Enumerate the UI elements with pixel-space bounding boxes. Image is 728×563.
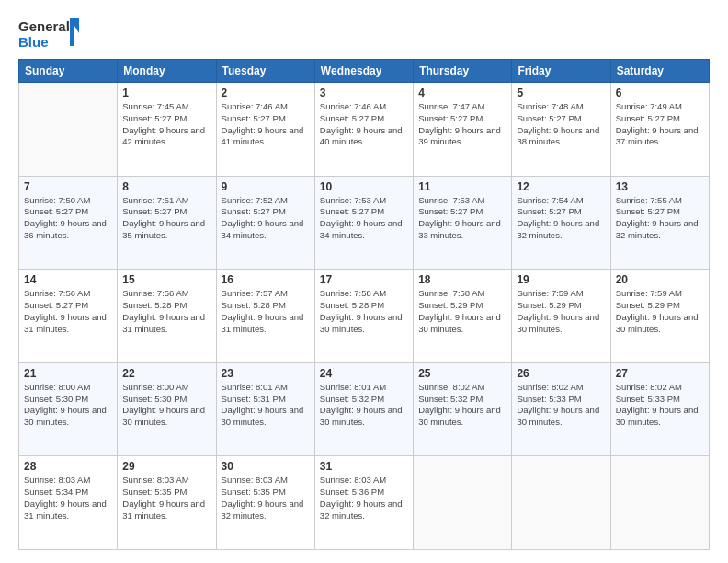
day-number: 6 <box>616 86 704 99</box>
calendar-cell: 1Sunrise: 7:45 AMSunset: 5:27 PMDaylight… <box>118 83 216 177</box>
calendar-cell: 23Sunrise: 8:01 AMSunset: 5:31 PMDayligh… <box>216 362 314 456</box>
day-info: Sunrise: 7:50 AMSunset: 5:27 PMDaylight:… <box>24 195 112 242</box>
day-info: Sunrise: 8:03 AMSunset: 5:36 PMDaylight:… <box>320 475 408 522</box>
day-number: 24 <box>320 367 408 380</box>
day-number: 19 <box>517 273 605 286</box>
day-info: Sunrise: 8:02 AMSunset: 5:32 PMDaylight:… <box>418 382 506 429</box>
svg-rect-3 <box>70 18 74 46</box>
day-info: Sunrise: 7:48 AMSunset: 5:27 PMDaylight:… <box>517 101 605 148</box>
day-number: 15 <box>122 273 210 286</box>
calendar-header-friday: Friday <box>512 60 610 83</box>
calendar-header-row: SundayMondayTuesdayWednesdayThursdayFrid… <box>19 60 710 83</box>
header: GeneralBlue <box>18 17 710 50</box>
calendar-cell <box>512 456 610 550</box>
calendar-cell: 13Sunrise: 7:55 AMSunset: 5:27 PMDayligh… <box>610 176 709 270</box>
calendar-header-tuesday: Tuesday <box>216 60 314 83</box>
day-number: 23 <box>222 367 310 380</box>
day-info: Sunrise: 7:53 AMSunset: 5:27 PMDaylight:… <box>320 195 408 242</box>
day-info: Sunrise: 8:01 AMSunset: 5:31 PMDaylight:… <box>222 382 310 429</box>
day-info: Sunrise: 8:03 AMSunset: 5:35 PMDaylight:… <box>222 475 310 522</box>
calendar-cell: 20Sunrise: 7:59 AMSunset: 5:29 PMDayligh… <box>610 270 709 363</box>
day-number: 16 <box>222 273 310 286</box>
day-info: Sunrise: 8:03 AMSunset: 5:35 PMDaylight:… <box>122 475 210 522</box>
day-number: 26 <box>517 367 605 380</box>
day-info: Sunrise: 7:47 AMSunset: 5:27 PMDaylight:… <box>418 101 506 148</box>
calendar-cell: 17Sunrise: 7:58 AMSunset: 5:28 PMDayligh… <box>314 270 413 363</box>
day-info: Sunrise: 7:58 AMSunset: 5:28 PMDaylight:… <box>320 288 408 335</box>
calendar-cell: 25Sunrise: 8:02 AMSunset: 5:32 PMDayligh… <box>414 362 512 456</box>
calendar-week-2: 7Sunrise: 7:50 AMSunset: 5:27 PMDaylight… <box>19 176 710 270</box>
day-info: Sunrise: 7:49 AMSunset: 5:27 PMDaylight:… <box>616 101 704 148</box>
calendar-cell <box>19 83 118 177</box>
day-number: 27 <box>616 367 704 380</box>
calendar-cell: 19Sunrise: 7:59 AMSunset: 5:29 PMDayligh… <box>512 270 610 363</box>
day-info: Sunrise: 7:55 AMSunset: 5:27 PMDaylight:… <box>616 195 704 242</box>
svg-text:General: General <box>18 18 70 34</box>
calendar-week-4: 21Sunrise: 8:00 AMSunset: 5:30 PMDayligh… <box>19 362 710 456</box>
calendar-cell: 3Sunrise: 7:46 AMSunset: 5:27 PMDaylight… <box>314 83 413 177</box>
calendar-header-monday: Monday <box>118 60 216 83</box>
day-number: 5 <box>517 86 605 99</box>
logo-svg: GeneralBlue <box>18 17 83 50</box>
day-info: Sunrise: 8:00 AMSunset: 5:30 PMDaylight:… <box>24 382 112 429</box>
day-info: Sunrise: 8:03 AMSunset: 5:34 PMDaylight:… <box>24 475 112 522</box>
day-info: Sunrise: 7:46 AMSunset: 5:27 PMDaylight:… <box>222 101 310 148</box>
day-info: Sunrise: 8:00 AMSunset: 5:30 PMDaylight:… <box>122 382 210 429</box>
calendar-cell: 31Sunrise: 8:03 AMSunset: 5:36 PMDayligh… <box>314 456 413 550</box>
day-info: Sunrise: 7:56 AMSunset: 5:27 PMDaylight:… <box>24 288 112 335</box>
calendar-cell <box>610 456 709 550</box>
day-info: Sunrise: 7:45 AMSunset: 5:27 PMDaylight:… <box>122 101 210 148</box>
day-number: 17 <box>320 273 408 286</box>
calendar-cell: 27Sunrise: 8:02 AMSunset: 5:33 PMDayligh… <box>610 362 709 456</box>
day-info: Sunrise: 7:52 AMSunset: 5:27 PMDaylight:… <box>222 195 310 242</box>
day-info: Sunrise: 7:59 AMSunset: 5:29 PMDaylight:… <box>616 288 704 335</box>
day-number: 9 <box>222 180 310 193</box>
calendar-cell: 2Sunrise: 7:46 AMSunset: 5:27 PMDaylight… <box>216 83 314 177</box>
day-number: 7 <box>24 180 112 193</box>
day-number: 11 <box>418 180 506 193</box>
page: GeneralBlue SundayMondayTuesdayWednesday… <box>0 0 728 563</box>
calendar-week-5: 28Sunrise: 8:03 AMSunset: 5:34 PMDayligh… <box>19 456 710 550</box>
calendar-cell: 26Sunrise: 8:02 AMSunset: 5:33 PMDayligh… <box>512 362 610 456</box>
day-number: 30 <box>222 460 310 473</box>
calendar-cell: 15Sunrise: 7:56 AMSunset: 5:28 PMDayligh… <box>118 270 216 363</box>
calendar-cell: 16Sunrise: 7:57 AMSunset: 5:28 PMDayligh… <box>216 270 314 363</box>
day-number: 31 <box>320 460 408 473</box>
day-info: Sunrise: 7:58 AMSunset: 5:29 PMDaylight:… <box>418 288 506 335</box>
day-info: Sunrise: 8:02 AMSunset: 5:33 PMDaylight:… <box>616 382 704 429</box>
day-number: 21 <box>24 367 112 380</box>
day-number: 3 <box>320 86 408 99</box>
calendar-header-wednesday: Wednesday <box>314 60 413 83</box>
day-info: Sunrise: 7:53 AMSunset: 5:27 PMDaylight:… <box>418 195 506 242</box>
calendar-cell: 11Sunrise: 7:53 AMSunset: 5:27 PMDayligh… <box>414 176 512 270</box>
day-info: Sunrise: 8:01 AMSunset: 5:32 PMDaylight:… <box>320 382 408 429</box>
svg-text:Blue: Blue <box>18 34 49 50</box>
day-info: Sunrise: 7:46 AMSunset: 5:27 PMDaylight:… <box>320 101 408 148</box>
calendar-cell: 7Sunrise: 7:50 AMSunset: 5:27 PMDaylight… <box>19 176 118 270</box>
day-number: 28 <box>24 460 112 473</box>
calendar-cell: 5Sunrise: 7:48 AMSunset: 5:27 PMDaylight… <box>512 83 610 177</box>
calendar-cell: 12Sunrise: 7:54 AMSunset: 5:27 PMDayligh… <box>512 176 610 270</box>
calendar-cell: 24Sunrise: 8:01 AMSunset: 5:32 PMDayligh… <box>314 362 413 456</box>
day-number: 12 <box>517 180 605 193</box>
calendar-header-saturday: Saturday <box>610 60 709 83</box>
calendar-week-1: 1Sunrise: 7:45 AMSunset: 5:27 PMDaylight… <box>19 83 710 177</box>
logo: GeneralBlue <box>18 17 83 50</box>
day-number: 29 <box>122 460 210 473</box>
calendar-header-sunday: Sunday <box>19 60 118 83</box>
calendar-cell: 29Sunrise: 8:03 AMSunset: 5:35 PMDayligh… <box>118 456 216 550</box>
calendar-cell: 9Sunrise: 7:52 AMSunset: 5:27 PMDaylight… <box>216 176 314 270</box>
day-number: 25 <box>418 367 506 380</box>
day-number: 22 <box>122 367 210 380</box>
day-info: Sunrise: 7:57 AMSunset: 5:28 PMDaylight:… <box>222 288 310 335</box>
day-number: 20 <box>616 273 704 286</box>
calendar-cell <box>414 456 512 550</box>
calendar-cell: 8Sunrise: 7:51 AMSunset: 5:27 PMDaylight… <box>118 176 216 270</box>
calendar-cell: 4Sunrise: 7:47 AMSunset: 5:27 PMDaylight… <box>414 83 512 177</box>
calendar-table: SundayMondayTuesdayWednesdayThursdayFrid… <box>18 59 710 550</box>
day-info: Sunrise: 7:59 AMSunset: 5:29 PMDaylight:… <box>517 288 605 335</box>
calendar-cell: 22Sunrise: 8:00 AMSunset: 5:30 PMDayligh… <box>118 362 216 456</box>
calendar-cell: 6Sunrise: 7:49 AMSunset: 5:27 PMDaylight… <box>610 83 709 177</box>
day-number: 1 <box>122 86 210 99</box>
day-number: 8 <box>122 180 210 193</box>
